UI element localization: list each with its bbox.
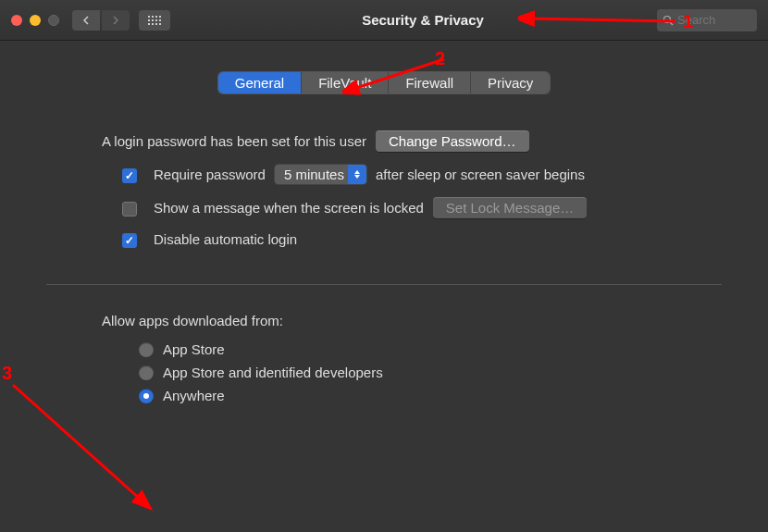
tab-filevault[interactable]: FileVault (302, 72, 389, 93)
titlebar: Security & Privacy (0, 0, 768, 41)
delay-select[interactable]: 5 minutes (275, 165, 366, 184)
window-controls (11, 15, 59, 26)
radio-row-anywhere[interactable]: Anywhere (139, 388, 740, 403)
zoom-button[interactable] (48, 15, 59, 26)
show-message-checkbox[interactable] (122, 202, 137, 217)
tab-bar: General FileVault Firewall Privacy (28, 72, 740, 93)
close-button[interactable] (11, 15, 22, 26)
nav-buttons (72, 10, 130, 31)
login-section: A login password has been set for this u… (28, 130, 740, 247)
radio-identified-label: App Store and identified developers (163, 365, 383, 380)
annotation-label-1: 1 (683, 11, 693, 32)
require-password-checkbox[interactable] (122, 168, 137, 183)
tab-general[interactable]: General (218, 72, 302, 93)
window-title: Security & Privacy (189, 12, 657, 28)
radio-appstore-label: App Store (163, 341, 225, 357)
search-icon (663, 15, 674, 26)
search-field[interactable] (657, 9, 757, 31)
disable-auto-login-label: Disable automatic login (154, 231, 297, 247)
radio-row-appstore[interactable]: App Store (139, 341, 740, 357)
downloads-section-title: Allow apps downloaded from: (102, 313, 740, 328)
chevron-updown-icon (348, 165, 366, 184)
disable-auto-login-checkbox[interactable] (122, 233, 137, 248)
require-password-label-before: Require password (154, 167, 266, 182)
downloads-radio-group: App Store App Store and identified devel… (139, 341, 740, 403)
set-lock-message-button[interactable]: Set Lock Message… (433, 197, 587, 218)
forward-button[interactable] (102, 10, 130, 31)
tab-privacy[interactable]: Privacy (471, 72, 550, 93)
radio-appstore[interactable] (139, 342, 154, 357)
minimize-button[interactable] (30, 15, 41, 26)
svg-point-0 (664, 16, 671, 22)
annotation-label-2: 2 (435, 48, 445, 69)
radio-identified[interactable] (139, 365, 154, 380)
section-divider (46, 284, 722, 285)
svg-line-1 (670, 22, 673, 25)
grid-icon (148, 16, 161, 25)
radio-row-identified[interactable]: App Store and identified developers (139, 365, 740, 380)
back-button[interactable] (72, 10, 100, 31)
radio-anywhere-label: Anywhere (163, 388, 225, 403)
change-password-button[interactable]: Change Password… (376, 130, 529, 152)
content-pane: General FileVault Firewall Privacy A log… (0, 41, 768, 403)
radio-anywhere[interactable] (139, 389, 154, 403)
show-all-button[interactable] (139, 10, 170, 31)
delay-value: 5 minutes (284, 167, 344, 182)
downloads-section: Allow apps downloaded from: App Store Ap… (28, 313, 740, 403)
annotation-label-3: 3 (2, 363, 12, 384)
login-status-text: A login password has been set for this u… (102, 133, 366, 149)
show-message-label: Show a message when the screen is locked (154, 200, 424, 216)
tab-firewall[interactable]: Firewall (389, 72, 471, 93)
require-password-label-after: after sleep or screen saver begins (376, 167, 585, 182)
